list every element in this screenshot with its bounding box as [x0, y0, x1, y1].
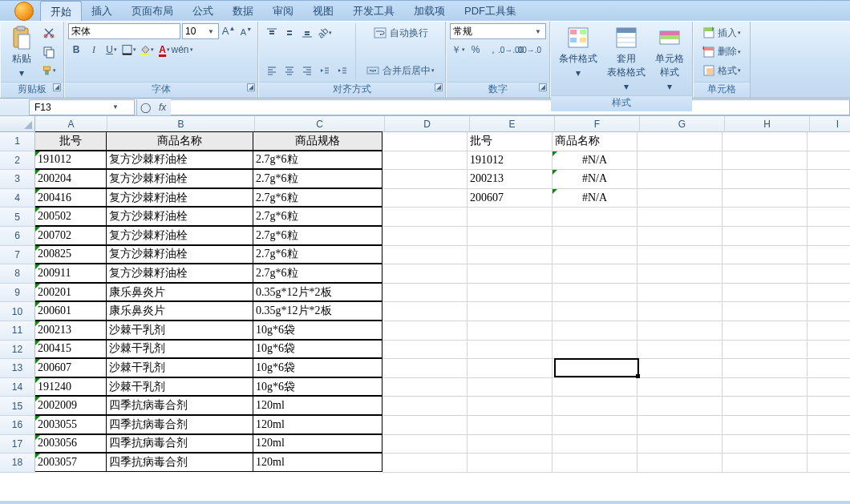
cell[interactable] [808, 341, 850, 360]
cell[interactable] [468, 264, 552, 284]
dialog-launcher-icon[interactable]: ◢ [53, 83, 61, 91]
cell[interactable] [638, 359, 722, 378]
dialog-launcher-icon[interactable]: ◢ [435, 83, 443, 91]
cell[interactable]: 200825 [35, 245, 107, 264]
cell[interactable]: 200911 [35, 264, 107, 283]
fill-color-button[interactable]: ▾ [139, 42, 155, 58]
cell[interactable]: 2.7g*6粒 [253, 188, 382, 208]
cell[interactable] [552, 264, 638, 284]
cell[interactable] [808, 264, 850, 284]
cell[interactable]: 复方沙棘籽油栓 [106, 226, 253, 245]
cell[interactable]: 四季抗病毒合剂 [106, 453, 253, 472]
row-header-14[interactable]: 14 [0, 378, 35, 397]
cell[interactable]: #N/A [552, 170, 638, 189]
row-header-3[interactable]: 3 [0, 170, 35, 189]
cell[interactable] [552, 321, 638, 341]
cell[interactable] [468, 416, 552, 435]
cell[interactable] [382, 151, 468, 171]
cell[interactable] [382, 170, 468, 189]
cell[interactable] [722, 151, 808, 171]
col-header-F[interactable]: F [555, 116, 640, 132]
cell[interactable]: 2.7g*6粒 [253, 169, 382, 188]
cell[interactable]: 10g*6袋 [253, 377, 382, 397]
tab-加载项[interactable]: 加载项 [404, 1, 455, 21]
cell[interactable]: 2.7g*6粒 [253, 264, 382, 283]
row-header-8[interactable]: 8 [0, 264, 35, 284]
cell[interactable] [382, 359, 468, 378]
cell-styles-button[interactable]: 单元格 样式▾ [650, 23, 689, 94]
cell[interactable] [552, 208, 638, 227]
row-header-15[interactable]: 15 [0, 397, 35, 416]
cell[interactable]: 商品名称 [552, 132, 638, 151]
dialog-launcher-icon[interactable]: ◢ [539, 83, 547, 91]
cell[interactable] [808, 227, 850, 246]
cell[interactable] [468, 246, 552, 265]
cell[interactable] [808, 435, 850, 454]
cell[interactable]: 0.35g*12片*2板 [253, 283, 382, 302]
cell[interactable]: 191012 [468, 151, 552, 171]
cell[interactable]: 200607 [468, 189, 552, 208]
cell[interactable] [638, 416, 722, 435]
cell[interactable] [638, 132, 722, 151]
cell[interactable] [382, 246, 468, 265]
cell[interactable]: 200213 [468, 170, 552, 189]
cell[interactable] [468, 302, 552, 321]
cell[interactable] [552, 302, 638, 321]
row-header-2[interactable]: 2 [0, 151, 35, 171]
cell[interactable] [382, 227, 468, 246]
col-header-D[interactable]: D [385, 116, 470, 132]
cell[interactable] [722, 341, 808, 360]
cut-button[interactable] [41, 25, 57, 41]
cell[interactable] [638, 284, 722, 303]
row-header-5[interactable]: 5 [0, 208, 35, 227]
row-header-12[interactable]: 12 [0, 341, 35, 360]
cell[interactable] [468, 227, 552, 246]
wrap-text-button[interactable]: 自动换行 [361, 25, 440, 41]
cell[interactable] [468, 208, 552, 227]
format-as-table-button[interactable]: 套用 表格格式▾ [602, 23, 650, 94]
cell[interactable] [722, 454, 808, 473]
cell[interactable] [808, 321, 850, 341]
cell[interactable] [638, 397, 722, 416]
cell[interactable]: 2003057 [35, 453, 107, 472]
cell[interactable] [638, 227, 722, 246]
cell[interactable]: 200607 [35, 358, 107, 377]
cell[interactable]: 商品规格 [253, 131, 382, 151]
align-center-button[interactable] [281, 62, 298, 79]
cell[interactable] [382, 416, 468, 435]
cell[interactable]: 2003055 [35, 415, 107, 434]
row-header-1[interactable]: 1 [0, 132, 35, 151]
tab-页面布局[interactable]: 页面布局 [122, 1, 183, 21]
cell[interactable] [808, 302, 850, 321]
align-middle-button[interactable] [281, 25, 298, 41]
row-header-6[interactable]: 6 [0, 227, 35, 246]
row-header-11[interactable]: 11 [0, 321, 35, 341]
name-box[interactable]: ▼ [29, 99, 135, 115]
col-header-B[interactable]: B [107, 116, 255, 132]
cell[interactable] [722, 132, 808, 151]
dropdown-icon[interactable]: ▼ [533, 28, 543, 35]
cell[interactable] [382, 302, 468, 321]
cell[interactable] [722, 227, 808, 246]
cell[interactable] [552, 397, 638, 416]
cell[interactable]: 批号 [35, 131, 107, 151]
cell[interactable] [468, 454, 552, 473]
cell[interactable] [638, 302, 722, 321]
office-button[interactable] [8, 1, 40, 22]
cell[interactable] [382, 208, 468, 227]
cell[interactable]: 复方沙棘籽油栓 [106, 207, 253, 226]
cell[interactable]: 沙棘干乳剂 [106, 340, 253, 359]
cell[interactable] [808, 359, 850, 378]
cell[interactable]: #N/A [552, 189, 638, 208]
shrink-font-button[interactable]: A▼ [238, 23, 254, 39]
cell[interactable] [638, 189, 722, 208]
cell[interactable] [382, 454, 468, 473]
cell[interactable] [468, 341, 552, 360]
underline-button[interactable]: U▾ [103, 42, 119, 58]
cell[interactable] [808, 208, 850, 227]
cell[interactable] [468, 284, 552, 303]
cell[interactable]: 商品名称 [106, 131, 253, 151]
cell[interactable] [808, 170, 850, 189]
cell[interactable]: 复方沙棘籽油栓 [106, 264, 253, 283]
row-header-17[interactable]: 17 [0, 435, 35, 454]
